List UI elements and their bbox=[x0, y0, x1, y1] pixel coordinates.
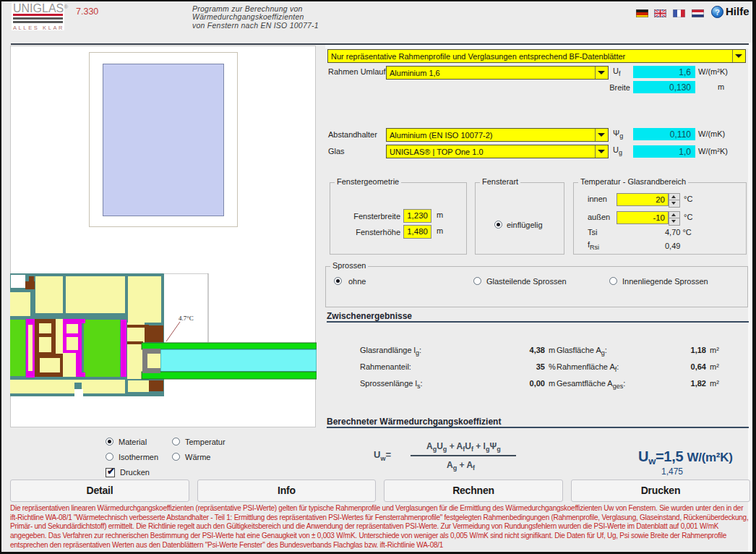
svg-text:?: ? bbox=[715, 8, 720, 17]
